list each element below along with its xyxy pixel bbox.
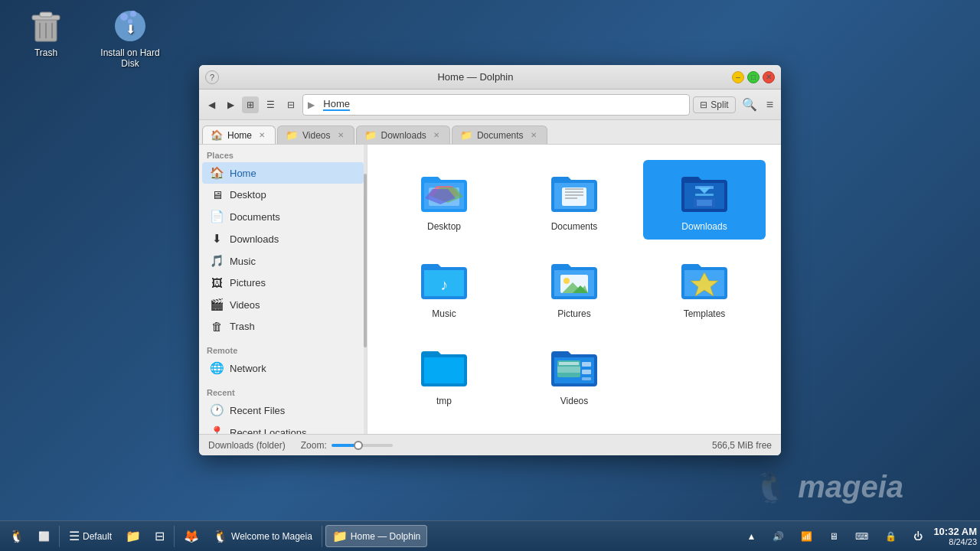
tab-home-close[interactable]: ✕: [256, 130, 267, 141]
file-item-music[interactable]: ♪ Music: [383, 247, 505, 327]
mageia-button[interactable]: 🐧 Welcome to Mageia: [207, 526, 318, 546]
sidebar-item-videos[interactable]: 🎬 Videos: [202, 294, 364, 315]
file-item-tmp[interactable]: tmp: [383, 334, 505, 414]
sidebar-item-documents[interactable]: 📄 Documents: [202, 206, 364, 227]
show-desktop-icon: ⬜: [38, 531, 50, 542]
svg-text:⬇: ⬇: [126, 23, 136, 36]
taskbar-clock[interactable]: 10:32 AM 8/24/23: [933, 526, 977, 546]
power-button[interactable]: ⏻: [907, 528, 929, 545]
split-button[interactable]: ⊟ Split: [693, 96, 735, 113]
dolphin-taskbar-button[interactable]: 📁 Home — Dolphin: [325, 525, 427, 547]
desktop-icon-install[interactable]: ⬇ Install on HardDisk: [100, 8, 161, 69]
taskbar: 🐧 ⬜ ☰ Default 📁 ⊟ 🦊 🐧 Welcome to Mageia …: [0, 520, 980, 551]
breadcrumb[interactable]: ▶ Home: [302, 94, 690, 116]
mageia-app-icon: 🐧: [213, 529, 228, 543]
toolbar: ◀ ▶ ⊞ ☰ ⊟ ▶ Home ⊟ Split 🔍 ≡: [199, 90, 781, 120]
back-button[interactable]: ◀: [204, 96, 220, 113]
lock-icon: 🔒: [885, 531, 897, 542]
tab-documents[interactable]: 📁 Documents ✕: [452, 126, 547, 144]
tab-videos[interactable]: 📁 Videos ✕: [277, 126, 354, 144]
display-button[interactable]: 🖥: [823, 528, 844, 545]
downloads-folder-label: Downloads: [681, 221, 727, 232]
sidebar-places-label: Places: [199, 145, 367, 161]
breadcrumb-arrow: ▶: [308, 99, 315, 110]
sidebar-item-downloads[interactable]: ⬇ Downloads: [202, 228, 364, 249]
split-icon: ⊟: [700, 99, 707, 110]
view-compact-button[interactable]: ⊟: [283, 96, 299, 113]
file-item-documents[interactable]: Documents: [513, 160, 635, 240]
maximize-button[interactable]: □: [747, 71, 760, 83]
view-icons-button[interactable]: ⊞: [242, 96, 259, 113]
zoom-thumb[interactable]: [354, 441, 363, 450]
dolphin-window: ? Home — Dolphin – □ ✕ ◀ ▶ ⊞ ☰ ⊟ ▶ Home: [199, 65, 781, 455]
music-folder-icon: ♪: [420, 255, 469, 304]
sidebar-downloads-label: Downloads: [230, 233, 279, 245]
sidebar-item-pictures[interactable]: 🖼 Pictures: [202, 272, 364, 293]
sidebar-item-recent-files[interactable]: 🕐 Recent Files: [202, 399, 364, 421]
file-item-pictures[interactable]: Pictures: [513, 247, 635, 327]
clock-date: 8/24/23: [933, 537, 977, 546]
trash-label: Trash: [34, 47, 57, 58]
sidebar-trash-label: Trash: [230, 321, 255, 332]
file-item-templates[interactable]: Templates: [643, 247, 766, 327]
panel-button[interactable]: ⊟: [149, 526, 171, 546]
pictures-sidebar-icon: 🖼: [210, 276, 224, 289]
taskbar-tray[interactable]: ▲: [741, 528, 763, 545]
lock-button[interactable]: 🔒: [879, 528, 903, 545]
show-desktop-button[interactable]: ⬜: [32, 528, 56, 545]
trash-icon: [28, 8, 64, 44]
close-button[interactable]: ✕: [763, 71, 775, 83]
file-item-downloads[interactable]: Downloads: [643, 160, 766, 240]
app-menu-button[interactable]: 🐧: [3, 526, 31, 546]
search-button[interactable]: 🔍: [739, 94, 760, 115]
music-folder-label: Music: [432, 308, 456, 319]
dolphin-taskbar-icon: 📁: [332, 529, 348, 543]
desktop-icon-trash[interactable]: Trash: [15, 8, 77, 58]
network-taskbar-button[interactable]: 📶: [795, 528, 818, 545]
firefox-icon: 🦊: [184, 529, 199, 543]
svg-rect-31: [559, 362, 579, 365]
view-icons-icon: ⊞: [247, 99, 254, 110]
sidebar-item-home[interactable]: 🏠 Home: [202, 162, 364, 184]
sidebar-item-network[interactable]: 🌐 Network: [202, 357, 364, 379]
volume-button[interactable]: 🔊: [766, 528, 790, 545]
sidebar-item-recent-locations[interactable]: 📍 Recent Locations: [202, 422, 364, 434]
sidebar-item-trash[interactable]: 🗑 Trash: [202, 316, 364, 337]
forward-button[interactable]: ▶: [223, 96, 239, 113]
tab-home[interactable]: 🏠 Home ✕: [202, 126, 276, 144]
tab-home-icon: 🏠: [211, 129, 223, 141]
toolbar-right: ⊟ Split 🔍 ≡: [693, 94, 776, 115]
sidebar-videos-label: Videos: [230, 299, 260, 311]
files-button[interactable]: 📁: [119, 526, 147, 546]
default-button[interactable]: ☰ Default: [63, 526, 118, 546]
taskbar-separator-3: [322, 526, 322, 547]
help-button[interactable]: ?: [205, 70, 219, 84]
breadcrumb-home[interactable]: Home: [323, 98, 350, 111]
sidebar-pictures-label: Pictures: [230, 277, 266, 289]
svg-rect-15: [562, 187, 586, 206]
tab-videos-close[interactable]: ✕: [335, 130, 346, 141]
desktop-folder-label: Desktop: [427, 221, 461, 232]
svg-rect-33: [582, 370, 591, 374]
sidebar-item-music[interactable]: 🎵 Music: [202, 250, 364, 272]
menu-button[interactable]: ≡: [763, 95, 776, 115]
sidebar-scrollbar[interactable]: [364, 145, 367, 434]
zoom-slider[interactable]: [332, 444, 393, 447]
home-sidebar-icon: 🏠: [210, 166, 224, 180]
svg-rect-32: [582, 362, 591, 367]
file-item-videos[interactable]: Videos: [513, 334, 635, 414]
pictures-folder-icon: [550, 255, 599, 304]
tab-documents-close[interactable]: ✕: [528, 130, 539, 141]
tab-downloads-close[interactable]: ✕: [431, 130, 442, 141]
view-list-button[interactable]: ☰: [262, 96, 279, 113]
file-item-desktop[interactable]: Desktop: [383, 160, 505, 240]
minimize-button[interactable]: –: [732, 71, 744, 83]
tab-downloads[interactable]: 📁 Downloads ✕: [356, 126, 450, 144]
videos-folder-icon: [550, 342, 599, 391]
sidebar-item-desktop[interactable]: 🖥 Desktop: [202, 184, 364, 205]
network-taskbar-icon: 📶: [801, 531, 812, 542]
panel-icon: ⊟: [155, 529, 165, 543]
keyboard-button[interactable]: ⌨: [849, 528, 874, 545]
sidebar-recent-label: Recent: [199, 382, 367, 399]
firefox-button[interactable]: 🦊: [178, 526, 205, 546]
